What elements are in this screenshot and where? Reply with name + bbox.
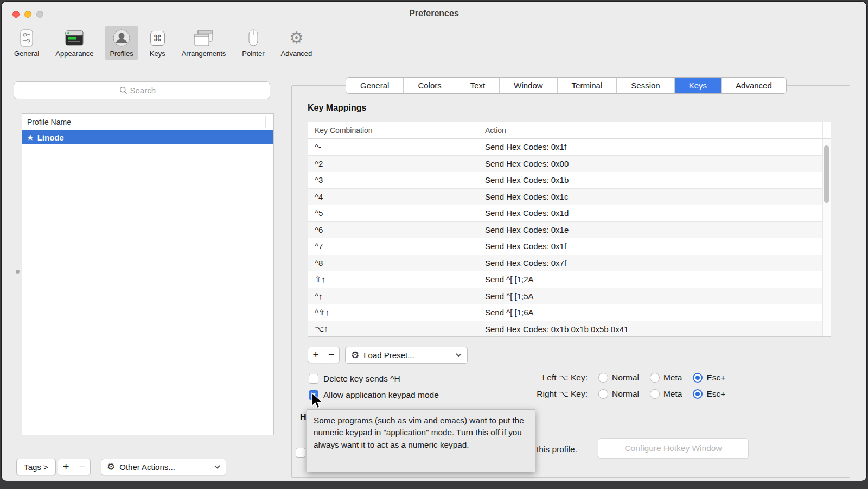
scrollbar-track[interactable] bbox=[822, 139, 831, 336]
toolbar-label: Profiles bbox=[110, 49, 133, 58]
tooltip-text: Some programs (such as vim and emacs) wa… bbox=[314, 416, 524, 449]
meta-label: Meta bbox=[663, 373, 682, 383]
configure-hotkey-window-button[interactable]: Configure Hotkey Window bbox=[598, 438, 749, 459]
profile-tabs: General Colors Text Window Terminal Sess… bbox=[346, 77, 787, 94]
tags-button[interactable]: Tags > bbox=[16, 459, 56, 475]
key-combination-column-header[interactable]: Key Combination bbox=[308, 126, 478, 135]
toolbar-item-arrangements[interactable]: Arrangements bbox=[177, 26, 231, 60]
profile-row-linode[interactable]: ★ Linode bbox=[22, 130, 273, 144]
table-row[interactable]: ^4Send Hex Codes: 0x1c bbox=[308, 189, 831, 206]
table-row[interactable]: ^↑Send ^[ [1;5A bbox=[308, 288, 831, 305]
tab-session[interactable]: Session bbox=[617, 78, 674, 93]
table-row[interactable]: ^⇧↑Send ^[ [1;6A bbox=[308, 304, 831, 321]
scrollbar-thumb[interactable] bbox=[824, 145, 829, 203]
column-divider[interactable] bbox=[265, 116, 266, 128]
profile-name-column-header: Profile Name bbox=[27, 118, 71, 126]
delete-key-checkbox[interactable] bbox=[309, 374, 318, 384]
add-profile-button[interactable]: + bbox=[58, 459, 74, 475]
esc-label: Esc+ bbox=[706, 389, 725, 399]
toolbar-item-profiles[interactable]: Profiles bbox=[105, 26, 138, 60]
normal-label: Normal bbox=[612, 373, 639, 383]
arrangements-icon bbox=[193, 28, 214, 48]
load-preset-popup[interactable]: ⚙ Load Preset... bbox=[345, 347, 468, 364]
default-profile-star-icon: ★ bbox=[27, 134, 34, 142]
tab-general[interactable]: General bbox=[346, 78, 404, 93]
right-option-key-label: Right ⌥ Key: bbox=[525, 389, 588, 399]
tab-advanced[interactable]: Advanced bbox=[722, 78, 786, 93]
gear-icon: ⚙ bbox=[351, 351, 359, 360]
tab-terminal[interactable]: Terminal bbox=[558, 78, 617, 93]
right-option-esc-radio[interactable] bbox=[693, 389, 703, 399]
plus-icon: + bbox=[63, 461, 69, 473]
left-option-normal-radio[interactable] bbox=[598, 373, 608, 383]
keypad-mode-option: ✓ Allow application keypad mode bbox=[309, 390, 439, 400]
tab-colors[interactable]: Colors bbox=[404, 78, 456, 93]
other-actions-label: Other Actions... bbox=[119, 462, 175, 472]
table-row[interactable]: ^2Send Hex Codes: 0x00 bbox=[308, 156, 831, 173]
pointer-icon bbox=[247, 28, 259, 48]
search-icon bbox=[119, 86, 127, 94]
tab-text[interactable]: Text bbox=[456, 78, 500, 93]
general-icon bbox=[19, 28, 34, 48]
hotkey-heading-partial: H bbox=[300, 412, 307, 422]
keypad-mode-tooltip: Some programs (such as vim and emacs) wa… bbox=[307, 409, 535, 472]
remove-profile-button[interactable]: − bbox=[74, 459, 91, 475]
remove-key-mapping-button[interactable]: − bbox=[323, 347, 340, 363]
tab-keys[interactable]: Keys bbox=[675, 78, 722, 93]
toolbar-label: Keys bbox=[150, 49, 165, 58]
toolbar-item-advanced[interactable]: ⚙ Advanced bbox=[276, 26, 317, 60]
keypad-mode-label: Allow application keypad mode bbox=[323, 390, 439, 400]
toolbar-item-keys[interactable]: ⌘ Keys bbox=[145, 26, 170, 60]
table-row[interactable]: ^6Send Hex Codes: 0x1e bbox=[308, 222, 831, 239]
window-title: Preferences bbox=[2, 9, 866, 18]
minus-icon: − bbox=[79, 461, 85, 473]
meta-label: Meta bbox=[663, 389, 682, 399]
toolbar-item-pointer[interactable]: Pointer bbox=[237, 26, 269, 60]
tags-button-label: Tags > bbox=[24, 462, 48, 472]
configure-hotkey-window-label: Configure Hotkey Window bbox=[624, 443, 722, 453]
profile-name: Linode bbox=[37, 133, 64, 142]
search-input[interactable] bbox=[14, 81, 270, 99]
table-row[interactable]: ⇧↑Send ^[ [1;2A bbox=[308, 271, 831, 288]
toolbar-item-general[interactable]: General bbox=[9, 26, 44, 60]
left-option-key-group: Left ⌥ Key: Normal Meta Esc+ bbox=[525, 373, 725, 383]
table-row[interactable]: ⌥↑Send Hex Codes: 0x1b 0x1b 0x5b 0x41 bbox=[308, 321, 831, 338]
table-header: Key Combination Action bbox=[308, 122, 831, 139]
search-text-field[interactable] bbox=[130, 86, 165, 95]
profile-list-header[interactable]: Profile Name bbox=[22, 114, 273, 130]
table-rows: ^-Send Hex Codes: 0x1f ^2Send Hex Codes:… bbox=[308, 139, 831, 337]
other-actions-popup[interactable]: ⚙ Other Actions... bbox=[101, 459, 226, 475]
table-row[interactable]: ^3Send Hex Codes: 0x1b bbox=[308, 172, 831, 189]
table-row[interactable]: ^8Send Hex Codes: 0x7f bbox=[308, 255, 831, 272]
table-row[interactable]: ^-Send Hex Codes: 0x1f bbox=[308, 139, 831, 156]
preferences-window: Preferences General Appearance Profiles … bbox=[2, 2, 866, 481]
add-key-mapping-button[interactable]: + bbox=[308, 347, 324, 363]
right-option-key-group: Right ⌥ Key: Normal Meta Esc+ bbox=[525, 389, 725, 399]
chevron-down-icon bbox=[456, 353, 462, 357]
key-mappings-heading: Key Mappings bbox=[308, 103, 366, 113]
preferences-toolbar: General Appearance Profiles ⌘ Keys Arran… bbox=[9, 26, 317, 60]
action-column-header[interactable]: Action bbox=[478, 122, 822, 138]
gear-icon: ⚙ bbox=[107, 462, 115, 472]
tab-window[interactable]: Window bbox=[500, 78, 557, 93]
right-option-meta-radio[interactable] bbox=[650, 389, 660, 399]
delete-key-option: Delete key sends ^H bbox=[309, 374, 400, 384]
minus-icon: − bbox=[328, 349, 334, 361]
left-option-key-label: Left ⌥ Key: bbox=[525, 373, 588, 383]
esc-label: Esc+ bbox=[706, 373, 725, 383]
toolbar-item-appearance[interactable]: Appearance bbox=[50, 26, 98, 60]
hotkey-checkbox[interactable] bbox=[296, 448, 305, 458]
toolbar-label: General bbox=[14, 49, 39, 58]
normal-label: Normal bbox=[612, 389, 639, 399]
left-option-meta-radio[interactable] bbox=[650, 373, 660, 383]
splitter-handle[interactable] bbox=[16, 270, 20, 274]
right-option-normal-radio[interactable] bbox=[598, 389, 608, 399]
profiles-icon bbox=[112, 28, 131, 48]
toolbar-divider bbox=[2, 69, 866, 69]
table-row[interactable]: ^7Send Hex Codes: 0x1f bbox=[308, 238, 831, 255]
table-row[interactable]: ^5Send Hex Codes: 0x1d bbox=[308, 205, 831, 222]
scrollbar-header-gap bbox=[822, 122, 831, 138]
load-preset-label: Load Preset... bbox=[363, 351, 414, 360]
key-mappings-table: Key Combination Action ^-Send Hex Codes:… bbox=[308, 122, 831, 337]
left-option-esc-radio[interactable] bbox=[693, 373, 703, 383]
